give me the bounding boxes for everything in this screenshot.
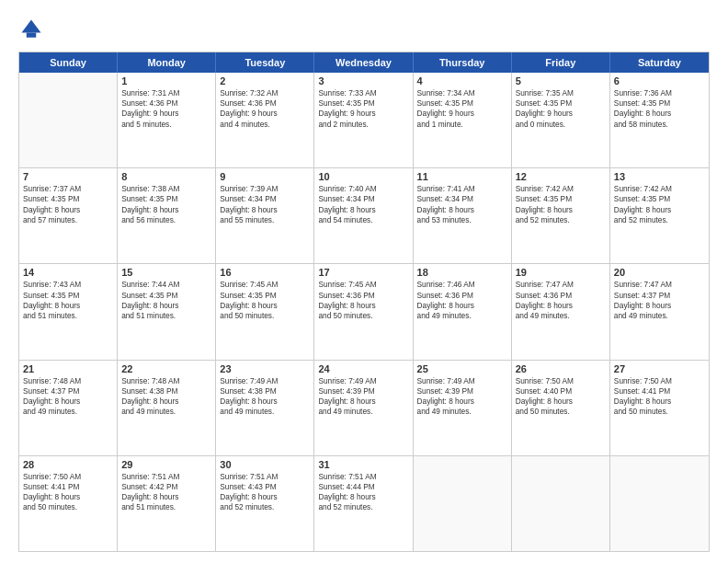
cell-info-line: Sunrise: 7:47 AM: [614, 280, 705, 290]
calendar-body: 1Sunrise: 7:31 AMSunset: 4:36 PMDaylight…: [19, 73, 709, 551]
calendar-cell: 3Sunrise: 7:33 AMSunset: 4:35 PMDaylight…: [314, 73, 413, 167]
calendar-cell: [414, 456, 512, 551]
day-number: 20: [614, 267, 705, 278]
cell-info-line: and 50 minutes.: [318, 311, 408, 321]
cell-info-line: and 49 minutes.: [23, 407, 113, 417]
cell-info-line: Daylight: 8 hours: [318, 396, 408, 407]
day-number: 10: [318, 171, 408, 182]
cell-info-line: Sunset: 4:43 PM: [220, 482, 310, 492]
cell-info-line: Sunrise: 7:36 AM: [614, 88, 705, 98]
cell-info-line: Sunrise: 7:43 AM: [23, 280, 113, 290]
calendar: SundayMondayTuesdayWednesdayThursdayFrid…: [18, 52, 710, 552]
cell-info-line: Sunrise: 7:34 AM: [417, 88, 507, 98]
header-day-saturday: Saturday: [610, 52, 709, 73]
calendar-cell: 1Sunrise: 7:31 AMSunset: 4:36 PMDaylight…: [118, 73, 216, 167]
cell-info-line: Sunset: 4:34 PM: [318, 194, 408, 204]
day-number: 18: [417, 267, 507, 278]
calendar-cell: [610, 456, 709, 551]
calendar-cell: 17Sunrise: 7:45 AMSunset: 4:36 PMDayligh…: [314, 264, 413, 359]
cell-info-line: Sunrise: 7:51 AM: [318, 472, 408, 482]
calendar-cell: 16Sunrise: 7:45 AMSunset: 4:35 PMDayligh…: [216, 264, 314, 359]
day-number: 24: [318, 363, 408, 374]
cell-info-line: Sunset: 4:34 PM: [417, 194, 507, 204]
cell-info-line: and 50 minutes.: [23, 502, 113, 512]
cell-info-line: Daylight: 8 hours: [417, 301, 507, 311]
day-number: 22: [121, 363, 211, 374]
calendar-cell: 29Sunrise: 7:51 AMSunset: 4:42 PMDayligh…: [118, 456, 216, 551]
cell-info-line: Sunset: 4:36 PM: [417, 291, 507, 301]
cell-info-line: Sunset: 4:36 PM: [516, 291, 606, 301]
cell-info-line: Sunset: 4:35 PM: [23, 291, 113, 301]
cell-info-line: Daylight: 8 hours: [23, 301, 113, 311]
cell-info-line: Sunrise: 7:47 AM: [516, 280, 606, 290]
cell-info-line: Daylight: 8 hours: [23, 492, 113, 502]
cell-info-line: Sunrise: 7:46 AM: [417, 280, 507, 290]
day-number: 2: [220, 75, 310, 86]
cell-info-line: Sunrise: 7:49 AM: [220, 376, 310, 386]
cell-info-line: Daylight: 8 hours: [516, 205, 606, 215]
day-number: 1: [121, 75, 211, 86]
cell-info-line: and 51 minutes.: [121, 502, 211, 512]
cell-info-line: Sunrise: 7:48 AM: [121, 376, 211, 386]
day-number: 7: [23, 171, 113, 182]
header-day-wednesday: Wednesday: [314, 52, 413, 73]
cell-info-line: Daylight: 8 hours: [23, 396, 113, 407]
cell-info-line: Sunset: 4:40 PM: [516, 386, 606, 396]
cell-info-line: Daylight: 8 hours: [318, 205, 408, 215]
day-number: 12: [516, 171, 606, 182]
cell-info-line: Sunset: 4:42 PM: [121, 482, 211, 492]
cell-info-line: Daylight: 9 hours: [516, 109, 606, 119]
cell-info-line: Sunset: 4:35 PM: [220, 291, 310, 301]
day-number: 13: [614, 171, 705, 182]
cell-info-line: Sunrise: 7:42 AM: [516, 184, 606, 194]
cell-info-line: Sunrise: 7:31 AM: [121, 88, 211, 98]
calendar-header: SundayMondayTuesdayWednesdayThursdayFrid…: [19, 52, 709, 73]
cell-info-line: Sunset: 4:41 PM: [614, 386, 705, 396]
cell-info-line: and 52 minutes.: [516, 215, 606, 225]
calendar-row-2: 14Sunrise: 7:43 AMSunset: 4:35 PMDayligh…: [19, 264, 709, 360]
calendar-cell: 30Sunrise: 7:51 AMSunset: 4:43 PMDayligh…: [216, 456, 314, 551]
cell-info-line: and 51 minutes.: [23, 311, 113, 321]
cell-info-line: Daylight: 8 hours: [220, 492, 310, 502]
cell-info-line: and 0 minutes.: [516, 120, 606, 130]
cell-info-line: Sunset: 4:35 PM: [121, 291, 211, 301]
day-number: 29: [121, 459, 211, 470]
cell-info-line: and 1 minute.: [417, 120, 507, 130]
calendar-row-4: 28Sunrise: 7:50 AMSunset: 4:41 PMDayligh…: [19, 456, 709, 551]
calendar-cell: 9Sunrise: 7:39 AMSunset: 4:34 PMDaylight…: [216, 168, 314, 263]
cell-info-line: Daylight: 8 hours: [417, 396, 507, 407]
svg-marker-0: [22, 20, 41, 33]
cell-info-line: Daylight: 8 hours: [516, 396, 606, 407]
cell-info-line: and 54 minutes.: [318, 215, 408, 225]
calendar-cell: 21Sunrise: 7:48 AMSunset: 4:37 PMDayligh…: [19, 361, 118, 455]
header-day-thursday: Thursday: [414, 52, 512, 73]
cell-info-line: Sunrise: 7:51 AM: [220, 472, 310, 482]
calendar-cell: 6Sunrise: 7:36 AMSunset: 4:35 PMDaylight…: [610, 73, 709, 167]
cell-info-line: and 50 minutes.: [220, 311, 310, 321]
cell-info-line: Daylight: 8 hours: [220, 205, 310, 215]
calendar-cell: 5Sunrise: 7:35 AMSunset: 4:35 PMDaylight…: [512, 73, 610, 167]
day-number: 4: [417, 75, 507, 86]
day-number: 26: [516, 363, 606, 374]
cell-info-line: Sunrise: 7:45 AM: [318, 280, 408, 290]
day-number: 30: [220, 459, 310, 470]
cell-info-line: and 55 minutes.: [220, 215, 310, 225]
cell-info-line: Daylight: 8 hours: [516, 301, 606, 311]
cell-info-line: Sunset: 4:37 PM: [614, 291, 705, 301]
cell-info-line: Daylight: 8 hours: [614, 301, 705, 311]
cell-info-line: Sunrise: 7:40 AM: [318, 184, 408, 194]
header-day-friday: Friday: [512, 52, 610, 73]
day-number: 3: [318, 75, 408, 86]
cell-info-line: Daylight: 9 hours: [121, 109, 211, 119]
cell-info-line: Daylight: 9 hours: [318, 109, 408, 119]
cell-info-line: Sunrise: 7:41 AM: [417, 184, 507, 194]
calendar-cell: 19Sunrise: 7:47 AMSunset: 4:36 PMDayligh…: [512, 264, 610, 359]
calendar-cell: 27Sunrise: 7:50 AMSunset: 4:41 PMDayligh…: [610, 361, 709, 455]
day-number: 27: [614, 363, 705, 374]
cell-info-line: Sunrise: 7:42 AM: [614, 184, 705, 194]
cell-info-line: Daylight: 8 hours: [220, 301, 310, 311]
cell-info-line: Sunrise: 7:50 AM: [614, 376, 705, 386]
cell-info-line: Sunset: 4:35 PM: [23, 194, 113, 204]
calendar-cell: 25Sunrise: 7:49 AMSunset: 4:39 PMDayligh…: [414, 361, 512, 455]
logo-icon: [18, 17, 44, 42]
